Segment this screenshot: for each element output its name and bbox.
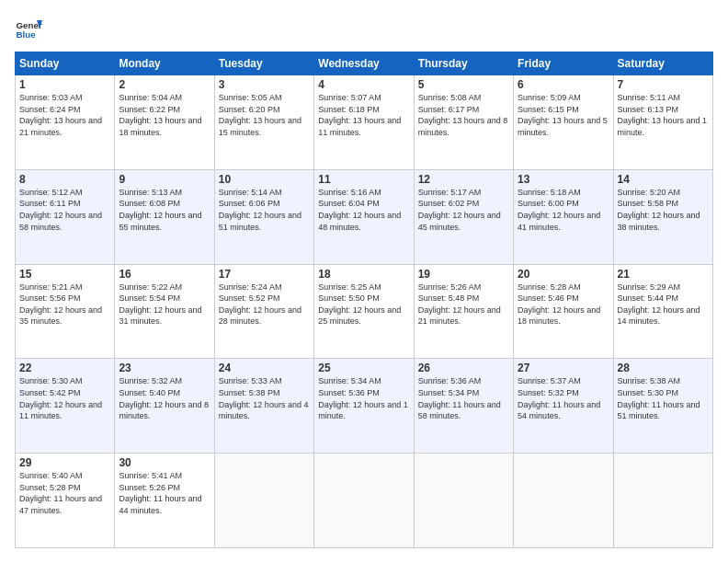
day-number: 13 (518, 173, 609, 186)
day-info: Sunrise: 5:34 AM Sunset: 5:36 PM Dayligh… (318, 375, 409, 421)
calendar-cell: 16 Sunrise: 5:22 AM Sunset: 5:54 PM Dayl… (115, 264, 214, 359)
calendar-cell: 30 Sunrise: 5:41 AM Sunset: 5:26 PM Dayl… (115, 454, 214, 548)
day-info: Sunrise: 5:30 AM Sunset: 5:42 PM Dayligh… (19, 375, 110, 421)
calendar-cell: 25 Sunrise: 5:34 AM Sunset: 5:36 PM Dayl… (314, 359, 414, 454)
calendar-cell: 12 Sunrise: 5:17 AM Sunset: 6:02 PM Dayl… (414, 169, 513, 264)
calendar-cell: 14 Sunrise: 5:20 AM Sunset: 5:58 PM Dayl… (613, 169, 712, 264)
day-number: 22 (19, 362, 110, 374)
calendar-cell: 3 Sunrise: 5:05 AM Sunset: 6:20 PM Dayli… (214, 75, 313, 170)
day-number: 11 (318, 173, 409, 186)
day-number: 28 (618, 362, 709, 374)
day-info: Sunrise: 5:26 AM Sunset: 5:48 PM Dayligh… (418, 282, 509, 327)
day-info: Sunrise: 5:04 AM Sunset: 6:22 PM Dayligh… (119, 92, 210, 138)
day-number: 25 (318, 362, 409, 374)
day-number: 18 (318, 268, 409, 281)
day-info: Sunrise: 5:41 AM Sunset: 5:26 PM Dayligh… (119, 470, 210, 516)
day-info: Sunrise: 5:32 AM Sunset: 5:40 PM Dayligh… (119, 375, 210, 421)
day-number: 16 (119, 268, 210, 281)
day-number: 29 (19, 456, 110, 469)
day-number: 12 (418, 173, 509, 186)
day-number: 17 (219, 268, 310, 281)
day-number: 23 (119, 362, 210, 374)
calendar-cell: 29 Sunrise: 5:40 AM Sunset: 5:28 PM Dayl… (16, 454, 115, 548)
svg-text:Blue: Blue (17, 29, 37, 40)
calendar-cell: 21 Sunrise: 5:29 AM Sunset: 5:44 PM Dayl… (613, 264, 712, 359)
day-info: Sunrise: 5:12 AM Sunset: 6:11 PM Dayligh… (19, 187, 110, 233)
weekday-header: Friday (514, 52, 613, 75)
day-number: 5 (418, 78, 509, 91)
calendar-cell (214, 454, 313, 548)
calendar-cell: 9 Sunrise: 5:13 AM Sunset: 6:08 PM Dayli… (115, 169, 214, 264)
calendar-table: SundayMondayTuesdayWednesdayThursdayFrid… (15, 52, 713, 548)
calendar-cell: 28 Sunrise: 5:38 AM Sunset: 5:30 PM Dayl… (613, 359, 712, 454)
weekday-header: Wednesday (314, 52, 414, 75)
day-info: Sunrise: 5:38 AM Sunset: 5:30 PM Dayligh… (618, 375, 709, 421)
calendar-cell: 26 Sunrise: 5:36 AM Sunset: 5:34 PM Dayl… (414, 359, 513, 454)
calendar-cell: 11 Sunrise: 5:16 AM Sunset: 6:04 PM Dayl… (314, 169, 414, 264)
day-info: Sunrise: 5:28 AM Sunset: 5:46 PM Dayligh… (518, 282, 609, 327)
day-number: 4 (318, 78, 409, 91)
day-number: 9 (119, 173, 210, 186)
page: General Blue SundayMondayTuesdayWednesda… (0, 0, 728, 563)
day-number: 15 (19, 268, 110, 281)
day-number: 19 (418, 268, 509, 281)
weekday-header: Saturday (613, 52, 712, 75)
day-number: 20 (518, 268, 609, 281)
day-number: 24 (219, 362, 310, 374)
day-number: 10 (219, 173, 310, 186)
calendar-cell: 18 Sunrise: 5:25 AM Sunset: 5:50 PM Dayl… (314, 264, 414, 359)
weekday-header: Sunday (16, 52, 115, 75)
weekday-header: Tuesday (214, 52, 313, 75)
day-number: 27 (518, 362, 609, 374)
day-info: Sunrise: 5:11 AM Sunset: 6:13 PM Dayligh… (618, 92, 709, 138)
logo: General Blue (15, 15, 42, 42)
day-info: Sunrise: 5:29 AM Sunset: 5:44 PM Dayligh… (618, 282, 709, 327)
day-info: Sunrise: 5:24 AM Sunset: 5:52 PM Dayligh… (219, 282, 310, 327)
day-info: Sunrise: 5:20 AM Sunset: 5:58 PM Dayligh… (618, 187, 709, 233)
calendar-cell: 1 Sunrise: 5:03 AM Sunset: 6:24 PM Dayli… (16, 75, 115, 170)
day-number: 30 (119, 456, 210, 469)
day-info: Sunrise: 5:16 AM Sunset: 6:04 PM Dayligh… (318, 187, 409, 233)
day-info: Sunrise: 5:13 AM Sunset: 6:08 PM Dayligh… (119, 187, 210, 233)
day-number: 7 (618, 78, 709, 91)
calendar-cell: 4 Sunrise: 5:07 AM Sunset: 6:18 PM Dayli… (314, 75, 414, 170)
calendar-cell (613, 454, 712, 548)
day-number: 3 (219, 78, 310, 91)
day-number: 26 (418, 362, 509, 374)
calendar-cell: 10 Sunrise: 5:14 AM Sunset: 6:06 PM Dayl… (214, 169, 313, 264)
calendar-cell (314, 454, 414, 548)
day-number: 1 (19, 78, 110, 91)
header: General Blue (15, 15, 713, 42)
calendar-cell (514, 454, 613, 548)
calendar-cell: 2 Sunrise: 5:04 AM Sunset: 6:22 PM Dayli… (115, 75, 214, 170)
day-number: 6 (518, 78, 609, 91)
day-info: Sunrise: 5:17 AM Sunset: 6:02 PM Dayligh… (418, 187, 509, 233)
day-info: Sunrise: 5:08 AM Sunset: 6:17 PM Dayligh… (418, 92, 509, 138)
day-info: Sunrise: 5:09 AM Sunset: 6:15 PM Dayligh… (518, 92, 609, 138)
calendar-cell: 15 Sunrise: 5:21 AM Sunset: 5:56 PM Dayl… (16, 264, 115, 359)
calendar-cell: 13 Sunrise: 5:18 AM Sunset: 6:00 PM Dayl… (514, 169, 613, 264)
day-info: Sunrise: 5:14 AM Sunset: 6:06 PM Dayligh… (219, 187, 310, 233)
day-info: Sunrise: 5:07 AM Sunset: 6:18 PM Dayligh… (318, 92, 409, 138)
calendar-cell (414, 454, 513, 548)
day-info: Sunrise: 5:03 AM Sunset: 6:24 PM Dayligh… (19, 92, 110, 138)
day-info: Sunrise: 5:33 AM Sunset: 5:38 PM Dayligh… (219, 375, 310, 421)
day-number: 21 (618, 268, 709, 281)
calendar-cell: 20 Sunrise: 5:28 AM Sunset: 5:46 PM Dayl… (514, 264, 613, 359)
weekday-header: Thursday (414, 52, 513, 75)
calendar-cell: 8 Sunrise: 5:12 AM Sunset: 6:11 PM Dayli… (16, 169, 115, 264)
calendar-cell: 22 Sunrise: 5:30 AM Sunset: 5:42 PM Dayl… (16, 359, 115, 454)
day-info: Sunrise: 5:22 AM Sunset: 5:54 PM Dayligh… (119, 282, 210, 327)
day-info: Sunrise: 5:21 AM Sunset: 5:56 PM Dayligh… (19, 282, 110, 327)
calendar-cell: 24 Sunrise: 5:33 AM Sunset: 5:38 PM Dayl… (214, 359, 313, 454)
calendar-cell: 23 Sunrise: 5:32 AM Sunset: 5:40 PM Dayl… (115, 359, 214, 454)
day-number: 2 (119, 78, 210, 91)
day-number: 8 (19, 173, 110, 186)
day-info: Sunrise: 5:40 AM Sunset: 5:28 PM Dayligh… (19, 470, 110, 516)
calendar-cell: 5 Sunrise: 5:08 AM Sunset: 6:17 PM Dayli… (414, 75, 513, 170)
logo-icon: General Blue (15, 15, 42, 42)
calendar-cell: 27 Sunrise: 5:37 AM Sunset: 5:32 PM Dayl… (514, 359, 613, 454)
calendar-cell: 7 Sunrise: 5:11 AM Sunset: 6:13 PM Dayli… (613, 75, 712, 170)
weekday-header: Monday (115, 52, 214, 75)
calendar-cell: 6 Sunrise: 5:09 AM Sunset: 6:15 PM Dayli… (514, 75, 613, 170)
